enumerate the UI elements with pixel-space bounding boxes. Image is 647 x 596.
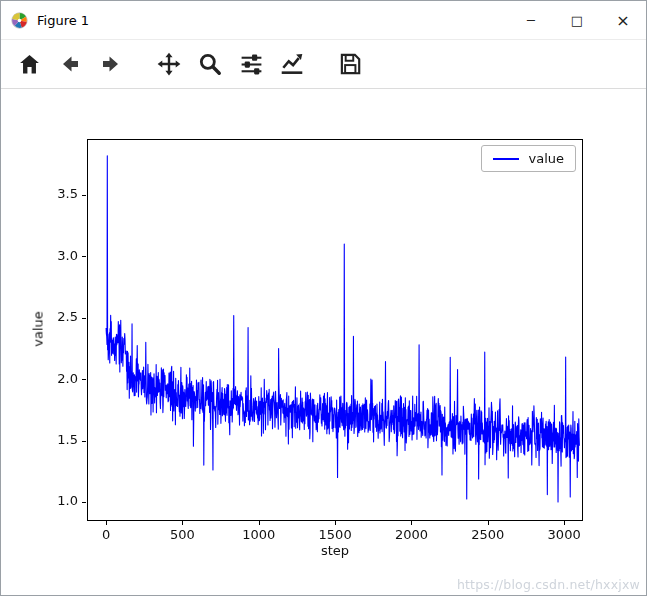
sliders-icon	[239, 52, 264, 77]
close-button[interactable]: ×	[600, 1, 646, 39]
window-title: Figure 1	[37, 13, 89, 28]
save-floppy-icon	[337, 51, 363, 77]
y-axis-label: value	[31, 311, 46, 347]
zoom-magnifier-icon	[197, 51, 223, 77]
close-icon: ×	[616, 11, 629, 30]
x-axis-label: step	[321, 543, 349, 558]
legend-line-swatch	[493, 158, 519, 160]
pan-button[interactable]	[151, 46, 187, 82]
matplotlib-logo-icon	[11, 12, 28, 29]
home-button[interactable]	[11, 46, 47, 82]
window-controls: ─ □ ×	[508, 1, 646, 39]
watermark-text: https://blog.csdn.net/hxxjxw	[457, 577, 640, 592]
figure-window: Figure 1 ─ □ ×	[0, 0, 647, 596]
forward-arrow-icon	[99, 52, 123, 76]
home-icon	[17, 52, 42, 77]
figure-area: value step value https://blog.csdn.net/h…	[1, 89, 646, 596]
edit-axis-button[interactable]	[274, 46, 310, 82]
maximize-button[interactable]: □	[554, 1, 600, 39]
configure-subplots-button[interactable]	[233, 46, 269, 82]
maximize-icon: □	[571, 13, 583, 28]
minimize-button[interactable]: ─	[508, 1, 554, 39]
plot-toolbar	[1, 40, 646, 89]
back-button[interactable]	[52, 46, 88, 82]
zoom-button[interactable]	[192, 46, 228, 82]
forward-button[interactable]	[93, 46, 129, 82]
minimize-icon: ─	[527, 13, 535, 28]
title-bar[interactable]: Figure 1 ─ □ ×	[1, 1, 646, 40]
pan-move-icon	[156, 51, 182, 77]
save-button[interactable]	[332, 46, 368, 82]
line-chart-icon	[279, 51, 305, 77]
legend-label: value	[528, 151, 564, 166]
back-arrow-icon	[58, 52, 82, 76]
legend-box: value	[481, 145, 576, 172]
